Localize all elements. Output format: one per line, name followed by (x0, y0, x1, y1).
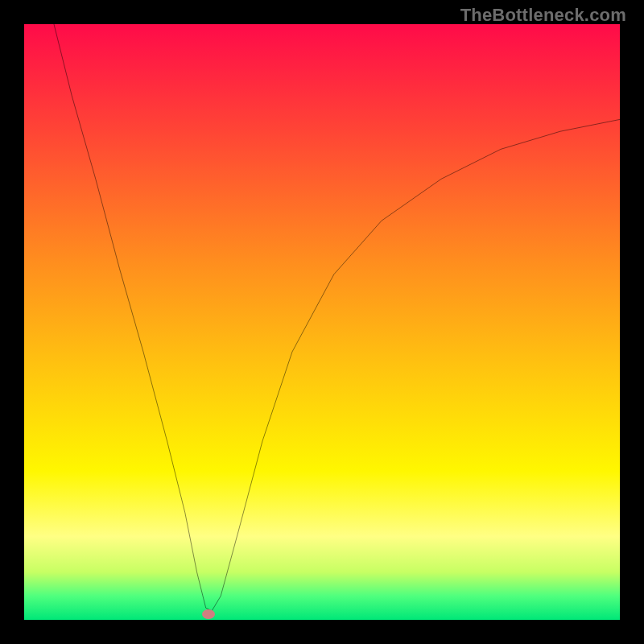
minimum-marker (202, 609, 215, 619)
chart-frame: TheBottleneck.com (0, 0, 644, 644)
bottleneck-curve (24, 24, 620, 620)
plot-area (24, 24, 620, 620)
watermark-text: TheBottleneck.com (460, 5, 626, 26)
